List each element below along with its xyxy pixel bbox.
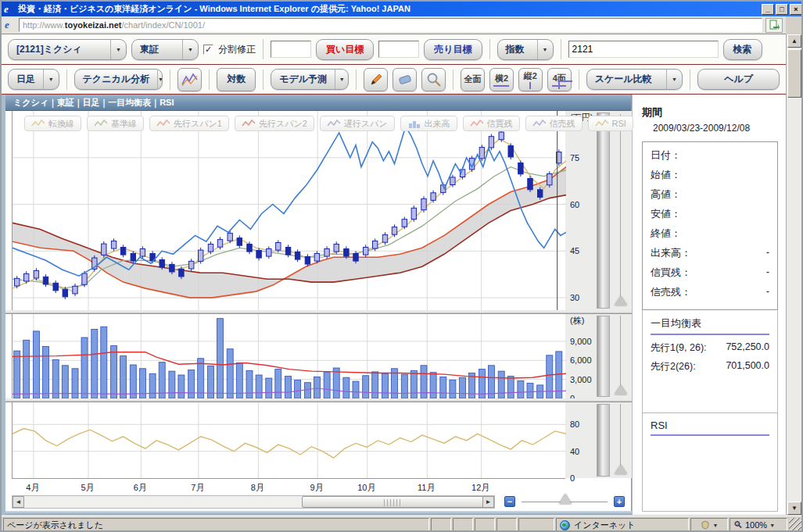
legend-senkou1-button[interactable]: 先行スパン1 [149, 116, 229, 131]
help-button[interactable]: ヘルプ [697, 69, 780, 90]
scroll-track[interactable] [24, 496, 482, 508]
zoom-slider-handle[interactable] [559, 494, 572, 504]
field-label: 日付： [651, 148, 681, 168]
zoom-out-button[interactable]: − [504, 496, 515, 507]
month-label: 4月 [20, 482, 46, 494]
price-scale-slider-track[interactable] [620, 114, 621, 302]
volume-scale-scrollbar[interactable] [597, 316, 610, 397]
overlay-legend: 転換線 基準線 先行スパン1 先行スパン2 遅行スパン 出来高 信買残 信売残 … [24, 116, 633, 131]
field-label: 高値： [651, 187, 681, 207]
chevron-down-icon[interactable]: ▼ [537, 40, 553, 59]
axis-tick-label: 6,000 [570, 355, 592, 365]
vertical-scroll-thumb[interactable] [787, 49, 801, 98]
quote-data-box: 日付： 始値： 高値： 安値： 終値： 出来高：- 信買残：- 信売残：- [642, 141, 778, 310]
symbol-select[interactable]: [2121]ミクシィ ▼ [8, 39, 127, 60]
scroll-up-icon[interactable]: ▲ [787, 34, 801, 48]
fullscreen-layout-button[interactable]: 全面 [461, 68, 485, 91]
status-pane [431, 518, 451, 532]
chart-region: ミクシィ｜東証｜日足｜一目均衡表｜RSI 転換線 基準線 先行スパン1 先行スパ… [2, 95, 632, 515]
legend-rsi-button[interactable]: RSI [588, 116, 633, 131]
price-scale-scrollbar[interactable] [597, 112, 610, 309]
draw-pencil-button[interactable] [364, 68, 388, 91]
scroll-right-icon[interactable]: ► [482, 496, 494, 508]
legend-kijun-button[interactable]: 基準線 [87, 116, 144, 131]
zoom-tool-button[interactable] [421, 68, 446, 91]
volume-scale-slider-track[interactable] [620, 316, 621, 390]
volume-scale-slider-handle[interactable] [615, 385, 627, 395]
ie-page-icon: e [5, 20, 16, 30]
market-select-value: 東証 [132, 40, 182, 59]
page-go-icon [769, 20, 780, 30]
chevron-down-icon[interactable]: ▼ [335, 70, 348, 89]
market-select[interactable]: 東証 ▼ [131, 39, 199, 60]
legend-chikou-button[interactable]: 遅行スパン [320, 116, 395, 131]
sell-target-button[interactable]: 売り目標 [424, 39, 482, 60]
chevron-down-icon[interactable]: ▼ [666, 70, 682, 89]
search-input[interactable] [568, 41, 719, 58]
rsi-chart-panel[interactable] [12, 402, 565, 478]
axis-tick-label: 3,000 [570, 375, 592, 384]
legend-margin-sell-button[interactable]: 信売残 [525, 116, 583, 131]
eraser-button[interactable] [393, 68, 417, 91]
price-chart-panel[interactable] [12, 111, 565, 310]
sell-target-input[interactable] [378, 41, 419, 58]
toolbar-symbol: [2121]ミクシィ ▼ 東証 ▼ ✓ 分割修正 買い目標 売り目標 指数 ▼ … [2, 34, 786, 65]
technical-select[interactable]: テクニカル分析 ▼ [74, 69, 163, 90]
model-forecast-select[interactable]: モデル予測 ▼ [271, 69, 349, 90]
chevron-down-icon[interactable]: ▼ [110, 40, 126, 59]
split-vertical-button[interactable]: 縦2 [518, 68, 543, 91]
chart-horizontal-scrollbar[interactable]: ◄ ► [12, 495, 495, 509]
rsi-scale-slider-handle[interactable] [615, 465, 627, 474]
rsi-scale-slider-track[interactable] [620, 404, 621, 470]
zoom-in-button[interactable]: + [614, 496, 625, 507]
line-chart-button[interactable] [177, 68, 202, 91]
zoom-slider-track[interactable] [522, 502, 608, 502]
buy-target-button[interactable]: 買い目標 [316, 39, 374, 60]
volume-chart-panel[interactable] [12, 314, 565, 398]
quad-layout-button[interactable]: 4面 [547, 68, 572, 91]
toolbar-divider [356, 70, 357, 90]
split-adjust-checkbox[interactable]: ✓ [203, 45, 213, 55]
search-button[interactable]: 検索 [723, 39, 762, 60]
resize-grip[interactable] [789, 518, 803, 532]
chevron-down-icon[interactable]: ▼ [182, 40, 198, 59]
scale-compare-select[interactable]: スケール比較 ▼ [586, 69, 683, 90]
period-value: 2009/03/23-2009/12/08 [653, 123, 778, 134]
line-chart-icon [181, 73, 199, 87]
minimize-button[interactable]: _ [762, 4, 774, 15]
rsi-section: RSI [642, 413, 778, 512]
legend-label: 遅行スパン [344, 118, 388, 130]
log-scale-button[interactable]: 対数 [217, 68, 256, 91]
protected-mode-pane[interactable]: ▼ [690, 518, 728, 532]
legend-senkou2-button[interactable]: 先行スパン2 [235, 116, 314, 131]
time-axis: 4月5月6月7月8月9月10月11月12月 [12, 478, 565, 495]
split-horizontal-button[interactable]: 横2 [489, 68, 514, 91]
close-button[interactable]: × [790, 4, 802, 15]
scroll-thumb[interactable] [302, 496, 483, 508]
go-button[interactable] [765, 18, 783, 33]
toolbar-divider [263, 39, 263, 59]
chevron-down-icon[interactable]: ▼ [769, 523, 775, 528]
ichimoku-row-value: 752,250.0 [726, 341, 769, 360]
legend-margin-buy-button[interactable]: 信買残 [463, 116, 520, 131]
page-vertical-scrollbar[interactable]: ▲ ▼ [786, 34, 801, 515]
chevron-down-icon[interactable]: ▼ [713, 523, 719, 528]
period-select[interactable]: 日足 ▼ [8, 69, 59, 90]
panel-splitter[interactable] [5, 310, 632, 314]
url-domain: toyokeizai.net [65, 20, 122, 30]
month-label: 6月 [127, 482, 153, 494]
scroll-down-icon[interactable]: ▼ [787, 502, 801, 515]
index-select[interactable]: 指数 ▼ [497, 39, 554, 60]
zoom-level-pane[interactable]: 🔍︎ 100% ▼ [730, 518, 787, 532]
maximize-button[interactable]: □ [776, 4, 788, 15]
scroll-left-icon[interactable]: ◄ [13, 496, 24, 508]
chevron-down-icon[interactable]: ▼ [157, 70, 163, 89]
legend-tenkan-button[interactable]: 転換線 [24, 116, 81, 131]
url-field[interactable]: http://www.toyokeizai.net/chart/index/CN… [19, 18, 762, 32]
buy-target-input[interactable] [271, 41, 311, 58]
chevron-down-icon[interactable]: ▼ [43, 70, 59, 89]
price-scale-slider-handle[interactable] [615, 296, 627, 305]
panel-splitter[interactable] [5, 398, 632, 402]
rsi-scale-scrollbar[interactable] [597, 404, 610, 477]
legend-volume-button[interactable]: 出来高 [400, 116, 457, 131]
